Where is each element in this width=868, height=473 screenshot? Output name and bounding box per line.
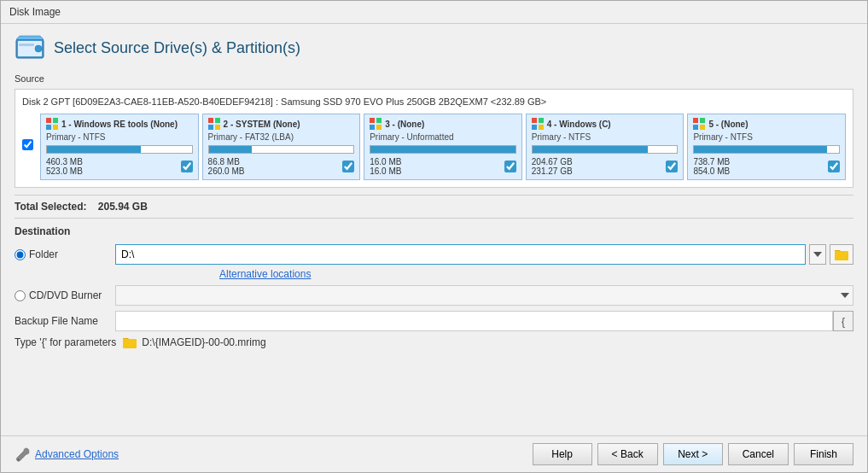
svg-rect-13 <box>376 118 382 123</box>
cddvd-radio[interactable] <box>15 290 26 301</box>
windows-icon <box>46 118 58 130</box>
partition-progress-fill <box>370 146 516 153</box>
partition-checkbox[interactable] <box>342 161 354 172</box>
svg-rect-22 <box>693 125 698 130</box>
partition-type: Primary - NTFS <box>46 132 193 142</box>
svg-rect-8 <box>208 118 213 123</box>
partition-checkbox[interactable] <box>504 161 516 172</box>
cancel-button[interactable]: Cancel <box>728 443 789 465</box>
page-header: Select Source Drive(s) & Partition(s) <box>15 32 853 63</box>
partition-progress-bg <box>370 145 516 154</box>
svg-rect-6 <box>46 125 51 130</box>
partition-progress-bg <box>532 145 679 154</box>
folder-input-container <box>115 244 853 265</box>
partition-1: 1 - Windows RE tools (None) Primary - NT… <box>40 114 199 180</box>
cddvd-label[interactable]: CD/DVD Burner <box>15 289 108 301</box>
svg-rect-21 <box>700 118 705 123</box>
svg-rect-11 <box>215 125 220 130</box>
disk-select-checkbox[interactable] <box>22 139 33 150</box>
partition-progress-bg <box>46 145 193 154</box>
disk-drive-icon <box>15 32 45 63</box>
partition-checkbox[interactable] <box>181 161 193 172</box>
total-selected-value: 205.94 GB <box>98 201 148 213</box>
svg-rect-10 <box>208 125 213 130</box>
main-content: Select Source Drive(s) & Partition(s) So… <box>1 24 867 435</box>
type-hint-path: D:\{IMAGEID}-00-00.mrimg <box>142 336 265 348</box>
alt-locations-row: Alternative locations <box>117 268 853 280</box>
svg-point-26 <box>18 459 20 461</box>
svg-rect-19 <box>539 125 544 130</box>
partition-size2: 523.0 MB <box>46 166 83 176</box>
svg-rect-20 <box>693 118 698 123</box>
partition-size1: 204.67 GB <box>532 157 573 166</box>
advanced-options-link[interactable]: Advanced Options <box>15 447 119 462</box>
partition-name: 1 - Windows RE tools (None) <box>46 118 193 130</box>
partition-name: 5 - (None) <box>693 118 840 130</box>
back-button[interactable]: < Back <box>597 443 658 465</box>
total-selected-row: Total Selected: 205.94 GB <box>15 195 853 219</box>
partition-progress-fill <box>694 146 827 153</box>
partition-type: Primary - NTFS <box>693 132 840 142</box>
folder-icon-small <box>123 336 137 348</box>
backup-filename-input[interactable] <box>115 311 833 331</box>
svg-rect-7 <box>53 125 58 130</box>
partition-progress-fill <box>209 146 253 153</box>
folder-input[interactable] <box>115 244 806 265</box>
folder-radio[interactable] <box>15 249 26 260</box>
partition-2: 2 - SYSTEM (None) Primary - FAT32 (LBA) … <box>202 114 361 180</box>
folder-label[interactable]: Folder <box>15 248 108 260</box>
partition-4: 4 - Windows (C) Primary - NTFS 204.67 GB… <box>526 114 684 180</box>
cddvd-row: CD/DVD Burner <box>15 285 853 306</box>
partition-progress-fill <box>47 146 141 153</box>
total-selected-label: Total Selected: <box>15 201 86 213</box>
partitions-row: 1 - Windows RE tools (None) Primary - NT… <box>22 114 846 180</box>
source-section: Source Disk 2 GPT [6D09E2A3-CAE8-11EB-A5… <box>15 73 853 195</box>
partition-name: 3 - (None) <box>370 118 516 130</box>
partition-name: 4 - Windows (C) <box>532 118 679 130</box>
svg-rect-12 <box>370 118 375 123</box>
help-button[interactable]: Help <box>533 443 592 465</box>
svg-rect-25 <box>123 339 137 348</box>
svg-rect-24 <box>835 251 848 260</box>
partition-checkbox[interactable] <box>666 161 678 172</box>
main-window: Disk Image Select Source Drive(s) & Part… <box>0 0 868 473</box>
cddvd-dropdown[interactable] <box>115 285 853 306</box>
svg-rect-23 <box>700 125 705 130</box>
svg-point-2 <box>35 45 42 52</box>
partition-checkbox[interactable] <box>828 161 840 172</box>
partition-size2: 260.0 MB <box>208 166 245 176</box>
destination-label: Destination <box>15 225 853 237</box>
source-box: Disk 2 GPT [6D09E2A3-CAE8-11EB-A520-B40E… <box>15 89 853 188</box>
partition-5: 5 - (None) Primary - NTFS 738.7 MB 854.0… <box>687 114 846 180</box>
svg-rect-14 <box>370 125 375 130</box>
button-group: Help < Back Next > Cancel Finish <box>533 443 853 465</box>
backup-input-container: { <box>115 311 853 331</box>
svg-rect-16 <box>532 118 537 123</box>
brace-button[interactable]: { <box>833 311 853 331</box>
partition-progress-bg <box>693 145 840 154</box>
folder-dropdown-btn[interactable] <box>809 244 826 265</box>
partition-progress-bg <box>208 145 355 154</box>
partition-size1: 460.3 MB <box>46 157 83 166</box>
svg-rect-17 <box>539 118 544 123</box>
svg-rect-4 <box>46 118 51 123</box>
type-hint-value: D:\{IMAGEID}-00-00.mrimg <box>123 336 265 348</box>
partition-size2: 854.0 MB <box>693 166 730 176</box>
type-hint-label: Type '{' for parameters <box>15 336 116 348</box>
type-hint-row: Type '{' for parameters D:\{IMAGEID}-00-… <box>15 336 853 348</box>
partition-progress-fill <box>533 146 649 153</box>
partition-size1: 86.8 MB <box>208 157 245 166</box>
partition-name: 2 - SYSTEM (None) <box>208 118 355 130</box>
partition-type: Primary - Unformatted <box>370 132 516 142</box>
alt-locations-link[interactable]: Alternative locations <box>219 268 311 280</box>
finish-button[interactable]: Finish <box>794 443 853 465</box>
partition-size1: 16.0 MB <box>370 157 401 166</box>
windows-icon <box>532 118 544 130</box>
svg-rect-3 <box>19 44 34 46</box>
partition-size2: 16.0 MB <box>370 166 401 176</box>
advanced-options-label: Advanced Options <box>35 448 119 460</box>
browse-folder-btn[interactable] <box>830 244 853 265</box>
page-title: Select Source Drive(s) & Partition(s) <box>54 39 300 57</box>
next-button[interactable]: Next > <box>663 443 723 465</box>
partition-type: Primary - NTFS <box>532 132 679 142</box>
